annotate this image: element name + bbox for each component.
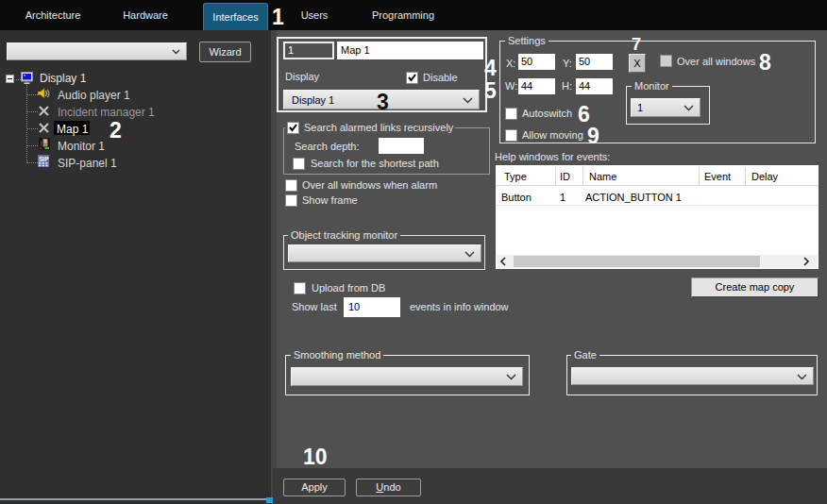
svg-text:SIP: SIP (39, 156, 49, 162)
